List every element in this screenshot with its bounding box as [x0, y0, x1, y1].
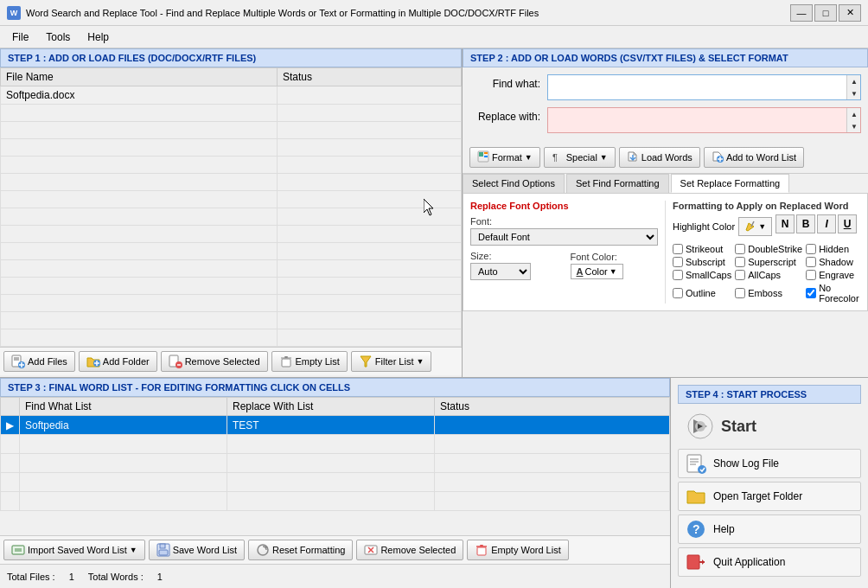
- color-label: Font Color:: [571, 252, 659, 262]
- replace-input[interactable]: [548, 108, 846, 132]
- hidden-checkbox[interactable]: [806, 244, 816, 254]
- add-folder-button[interactable]: Add Folder: [79, 351, 157, 372]
- find-input[interactable]: [548, 75, 846, 99]
- special-button[interactable]: ¶ Special ▼: [544, 147, 616, 168]
- minimize-button[interactable]: —: [790, 4, 813, 22]
- start-button[interactable]: Start: [678, 407, 861, 445]
- underline-btn[interactable]: U: [838, 214, 857, 233]
- checkbox-grid: Strikeout DoubleStrike Hidden: [673, 244, 860, 304]
- show-log-label: Show Log File: [713, 457, 779, 470]
- remove-selected-word-button[interactable]: Remove Selected: [356, 540, 463, 560]
- word-row[interactable]: ▶ Softpedia TEST: [1, 416, 670, 435]
- smallcaps-checkbox[interactable]: [673, 270, 683, 280]
- highlight-label: Highlight Color: [673, 221, 735, 232]
- cb-noforecolor: No Forecolor: [806, 283, 860, 304]
- special-icon: ¶: [552, 150, 564, 164]
- subscript-checkbox[interactable]: [673, 257, 683, 267]
- shadow-checkbox[interactable]: [806, 257, 816, 267]
- replace-row: Replace with: ▲ ▼: [469, 107, 861, 133]
- replace-scroll-down[interactable]: ▼: [847, 120, 861, 132]
- add-files-button[interactable]: Add Files: [3, 351, 75, 372]
- filter-list-button[interactable]: Filter List ▼: [351, 351, 432, 372]
- size-color-row: Size: Auto Font Color: A Color: [470, 251, 658, 280]
- tab-select-find-options[interactable]: Select Find Options: [463, 174, 565, 193]
- menu-help[interactable]: Help: [79, 29, 118, 46]
- highlight-color-button[interactable]: ▼: [738, 217, 772, 236]
- total-words-value: 1: [157, 572, 163, 582]
- replace-with-cell[interactable]: TEST: [227, 416, 435, 435]
- allcaps-checkbox[interactable]: [735, 270, 745, 280]
- font-select[interactable]: Default Font: [470, 228, 658, 246]
- doublestrike-checkbox[interactable]: [735, 244, 745, 254]
- close-button[interactable]: ✕: [839, 4, 861, 22]
- cb-shadow: Shadow: [806, 257, 860, 267]
- step1-panel: STEP 1 : ADD OR LOAD FILES (DOC/DOCX/RTF…: [0, 48, 463, 377]
- highlight-row: Highlight Color ▼ N B: [673, 214, 860, 239]
- svg-rect-12: [282, 359, 290, 367]
- bold-btn[interactable]: B: [796, 214, 815, 233]
- shadow-label: Shadow: [819, 257, 853, 267]
- load-words-button[interactable]: Load Words: [619, 147, 700, 168]
- tabs-container: Select Find Options Set Find Formatting …: [463, 173, 868, 311]
- strikeout-label: Strikeout: [686, 244, 723, 254]
- highlight-dropdown-icon: ▼: [758, 222, 766, 231]
- show-log-button[interactable]: Show Log File: [678, 449, 861, 478]
- replace-scroll-up[interactable]: ▲: [847, 108, 861, 120]
- remove-selected-label: Remove Selected: [185, 356, 260, 367]
- color-underline-icon: A: [577, 266, 584, 277]
- superscript-checkbox[interactable]: [735, 257, 745, 267]
- open-target-folder-button[interactable]: Open Target Folder: [678, 482, 861, 511]
- reset-formatting-label: Reset Formatting: [272, 545, 345, 555]
- help-icon: ?: [686, 519, 706, 540]
- quit-button[interactable]: Quit Application: [678, 547, 861, 577]
- normal-btn[interactable]: N: [775, 214, 795, 233]
- engrave-checkbox[interactable]: [806, 270, 816, 280]
- filter-list-icon: [359, 355, 373, 368]
- cb-emboss: Emboss: [735, 283, 802, 304]
- cb-hidden: Hidden: [806, 244, 860, 254]
- font-color-button[interactable]: A Color ▼: [571, 264, 623, 279]
- special-dropdown-icon: ▼: [600, 153, 608, 162]
- empty-list-icon: [279, 355, 293, 368]
- empty-word-list-button[interactable]: Empty Word List: [467, 540, 569, 560]
- file-row[interactable]: Softpedia.docx: [1, 86, 462, 105]
- help-button[interactable]: ? Help: [678, 514, 861, 544]
- menu-tools[interactable]: Tools: [37, 29, 79, 46]
- find-scroll-down[interactable]: ▼: [847, 87, 861, 99]
- col-arrow: [1, 398, 20, 416]
- reset-formatting-button[interactable]: Reset Formatting: [248, 540, 353, 560]
- import-saved-word-list-button[interactable]: Import Saved Word List ▼: [3, 540, 145, 560]
- add-files-label: Add Files: [28, 356, 67, 367]
- tab-set-replace-formatting[interactable]: Set Replace Formatting: [671, 174, 790, 193]
- show-log-icon: [686, 453, 706, 474]
- italic-btn[interactable]: I: [817, 214, 836, 233]
- find-scroll-up[interactable]: ▲: [847, 75, 861, 87]
- remove-selected-word-label: Remove Selected: [380, 545, 456, 555]
- maximize-button[interactable]: □: [814, 4, 837, 22]
- format-button[interactable]: Format ▼: [469, 147, 540, 168]
- empty-list-button[interactable]: Empty List: [271, 351, 348, 372]
- word-table: Find What List Replace With List Status …: [0, 397, 670, 511]
- noforecolor-checkbox[interactable]: [806, 288, 816, 298]
- tab-set-find-formatting[interactable]: Set Find Formatting: [566, 174, 669, 193]
- add-to-word-list-button[interactable]: Add to Word List: [704, 147, 804, 168]
- size-select[interactable]: Auto: [470, 263, 531, 280]
- word-status-cell: [435, 416, 670, 435]
- menu-file[interactable]: File: [3, 29, 37, 46]
- file-row-empty-3: [1, 139, 462, 157]
- engrave-label: Engrave: [819, 270, 854, 280]
- step2-panel: STEP 2 : ADD OR LOAD WORDS (CSV/TXT FILE…: [463, 48, 868, 377]
- emboss-checkbox[interactable]: [735, 288, 745, 298]
- svg-text:?: ?: [692, 522, 700, 536]
- bottom-toolbar: Import Saved Word List ▼ Save Word List …: [0, 535, 670, 564]
- file-row-empty-1: [1, 105, 462, 122]
- remove-selected-button[interactable]: Remove Selected: [161, 351, 268, 372]
- empty-list-label: Empty List: [296, 356, 340, 367]
- col-find-what: Find What List: [20, 398, 227, 416]
- col-status: Status: [278, 68, 462, 86]
- save-word-list-button[interactable]: Save Word List: [149, 540, 245, 560]
- outline-checkbox[interactable]: [673, 288, 683, 298]
- find-what-cell[interactable]: Softpedia: [20, 416, 227, 435]
- filter-list-label: Filter List: [375, 356, 414, 367]
- strikeout-checkbox[interactable]: [673, 244, 683, 254]
